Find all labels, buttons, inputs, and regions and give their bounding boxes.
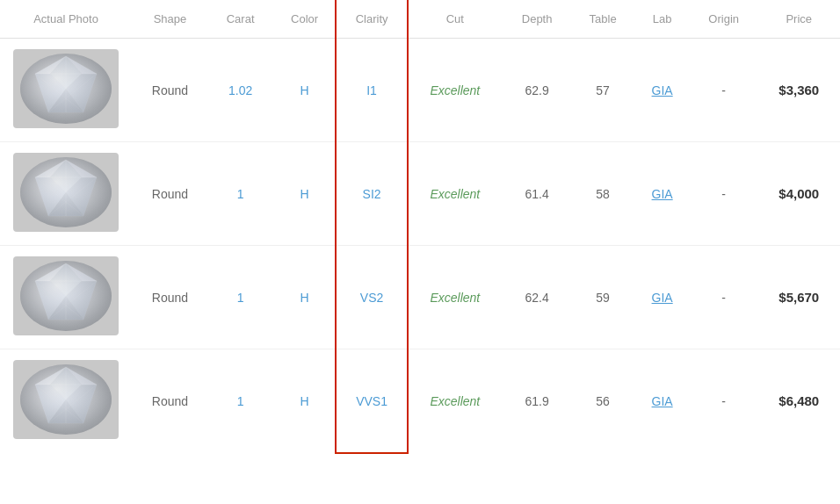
- cell-photo: [0, 246, 132, 349]
- cell-carat: 1.02: [208, 39, 272, 142]
- cell-origin: -: [690, 142, 758, 246]
- cell-shape: Round: [132, 142, 208, 246]
- cell-cut: Excellent: [407, 142, 503, 246]
- cell-color: H: [272, 246, 336, 349]
- cell-depth: 62.9: [503, 39, 571, 142]
- cell-clarity: VVS1: [337, 349, 408, 453]
- col-header-photo: Actual Photo: [0, 0, 132, 39]
- cell-depth: 61.9: [503, 349, 571, 453]
- cell-cut: Excellent: [407, 246, 503, 349]
- cell-color: H: [272, 349, 336, 453]
- cell-color: H: [272, 39, 336, 142]
- cell-cut: Excellent: [407, 349, 503, 453]
- table-row: Round1HVS2Excellent62.459GIA-$5,670: [0, 246, 840, 349]
- table-wrapper: Actual Photo Shape Carat Color Clarity C…: [0, 0, 840, 452]
- col-header-table: Table: [571, 0, 634, 39]
- cell-carat: 1: [208, 349, 272, 453]
- cell-cut: Excellent: [407, 39, 503, 142]
- cell-photo: [0, 39, 132, 142]
- cell-carat: 1: [208, 142, 272, 246]
- col-header-clarity: Clarity: [337, 0, 408, 39]
- diamond-image: [13, 153, 119, 232]
- cell-lab[interactable]: GIA: [634, 349, 690, 453]
- cell-shape: Round: [132, 39, 208, 142]
- cell-lab[interactable]: GIA: [634, 142, 690, 246]
- table-row: Round1HSI2Excellent61.458GIA-$4,000: [0, 142, 840, 246]
- cell-price: $6,480: [757, 349, 840, 453]
- diamond-image: [13, 49, 119, 128]
- cell-clarity: VS2: [337, 246, 408, 349]
- cell-clarity: I1: [337, 39, 408, 142]
- cell-photo: [0, 349, 132, 453]
- table-header-row: Actual Photo Shape Carat Color Clarity C…: [0, 0, 840, 39]
- cell-table: 57: [571, 39, 634, 142]
- cell-table: 56: [571, 349, 634, 453]
- col-header-carat: Carat: [208, 0, 272, 39]
- cell-origin: -: [690, 246, 758, 349]
- col-header-lab: Lab: [634, 0, 690, 39]
- cell-depth: 61.4: [503, 142, 571, 246]
- cell-price: $3,360: [757, 39, 840, 142]
- cell-carat: 1: [208, 246, 272, 349]
- col-header-shape: Shape: [132, 0, 208, 39]
- col-header-depth: Depth: [503, 0, 571, 39]
- cell-origin: -: [690, 349, 758, 453]
- cell-clarity: SI2: [337, 142, 408, 246]
- cell-origin: -: [690, 39, 758, 142]
- diamond-image: [13, 360, 119, 439]
- cell-price: $5,670: [757, 246, 840, 349]
- col-header-origin: Origin: [690, 0, 758, 39]
- cell-shape: Round: [132, 246, 208, 349]
- diamond-image: [13, 256, 119, 335]
- table-row: Round1HVVS1Excellent61.956GIA-$6,480: [0, 349, 840, 453]
- cell-lab[interactable]: GIA: [634, 39, 690, 142]
- diamond-table: Actual Photo Shape Carat Color Clarity C…: [0, 0, 840, 452]
- cell-photo: [0, 142, 132, 246]
- col-header-color: Color: [272, 0, 336, 39]
- cell-lab[interactable]: GIA: [634, 246, 690, 349]
- cell-color: H: [272, 142, 336, 246]
- cell-table: 58: [571, 142, 634, 246]
- col-header-cut: Cut: [407, 0, 503, 39]
- table-row: Round1.02HI1Excellent62.957GIA-$3,360: [0, 39, 840, 142]
- cell-shape: Round: [132, 349, 208, 453]
- cell-price: $4,000: [757, 142, 840, 246]
- col-header-price: Price: [757, 0, 840, 39]
- cell-depth: 62.4: [503, 246, 571, 349]
- cell-table: 59: [571, 246, 634, 349]
